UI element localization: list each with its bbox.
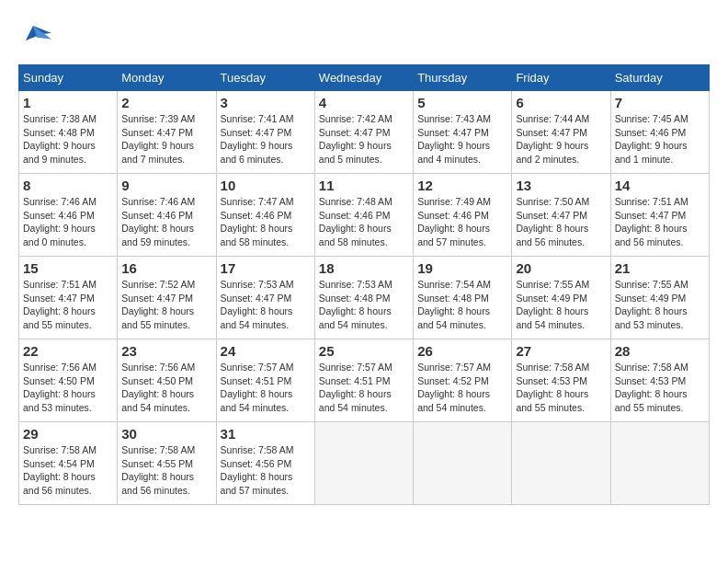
day-info: Sunrise: 7:55 AMSunset: 4:49 PMDaylight:… bbox=[615, 278, 705, 332]
day-info: Sunrise: 7:58 AMSunset: 4:53 PMDaylight:… bbox=[615, 361, 705, 415]
logo bbox=[18, 18, 59, 55]
day-cell-12: 12Sunrise: 7:49 AMSunset: 4:46 PMDayligh… bbox=[414, 174, 512, 257]
day-number: 14 bbox=[615, 178, 705, 193]
day-number: 22 bbox=[23, 343, 113, 359]
day-number: 19 bbox=[417, 260, 507, 276]
day-cell-29: 29Sunrise: 7:58 AMSunset: 4:54 PMDayligh… bbox=[19, 422, 118, 505]
day-info: Sunrise: 7:58 AMSunset: 4:55 PMDaylight:… bbox=[121, 443, 211, 498]
day-info: Sunrise: 7:54 AMSunset: 4:48 PMDaylight:… bbox=[417, 278, 507, 332]
day-info: Sunrise: 7:58 AMSunset: 4:53 PMDaylight:… bbox=[516, 361, 606, 415]
weekday-header-saturday: Saturday bbox=[610, 65, 709, 91]
day-number: 24 bbox=[221, 343, 311, 359]
day-cell-19: 19Sunrise: 7:54 AMSunset: 4:48 PMDayligh… bbox=[414, 257, 512, 339]
header bbox=[18, 18, 710, 55]
day-number: 10 bbox=[221, 178, 311, 193]
day-number: 28 bbox=[615, 343, 705, 359]
weekday-header-row: SundayMondayTuesdayWednesdayThursdayFrid… bbox=[19, 65, 710, 91]
day-info: Sunrise: 7:58 AMSunset: 4:54 PMDaylight:… bbox=[23, 443, 113, 498]
day-info: Sunrise: 7:56 AMSunset: 4:50 PMDaylight:… bbox=[121, 361, 211, 415]
day-info: Sunrise: 7:50 AMSunset: 4:47 PMDaylight:… bbox=[516, 195, 606, 249]
day-number: 12 bbox=[417, 178, 507, 193]
weekday-header-monday: Monday bbox=[118, 65, 216, 91]
weekday-header-thursday: Thursday bbox=[414, 65, 512, 91]
day-number: 5 bbox=[417, 95, 507, 110]
day-cell-24: 24Sunrise: 7:57 AMSunset: 4:51 PMDayligh… bbox=[216, 339, 314, 422]
day-number: 31 bbox=[221, 426, 311, 442]
day-cell-22: 22Sunrise: 7:56 AMSunset: 4:50 PMDayligh… bbox=[19, 339, 118, 422]
day-info: Sunrise: 7:39 AMSunset: 4:47 PMDaylight:… bbox=[121, 112, 211, 167]
day-info: Sunrise: 7:47 AMSunset: 4:46 PMDaylight:… bbox=[221, 195, 311, 249]
week-row-2: 8Sunrise: 7:46 AMSunset: 4:46 PMDaylight… bbox=[19, 174, 710, 257]
day-info: Sunrise: 7:49 AMSunset: 4:46 PMDaylight:… bbox=[417, 195, 507, 249]
day-info: Sunrise: 7:46 AMSunset: 4:46 PMDaylight:… bbox=[121, 195, 211, 249]
day-number: 6 bbox=[516, 95, 606, 110]
empty-cell bbox=[414, 422, 512, 505]
day-cell-7: 7Sunrise: 7:45 AMSunset: 4:46 PMDaylight… bbox=[610, 91, 709, 174]
day-cell-11: 11Sunrise: 7:48 AMSunset: 4:46 PMDayligh… bbox=[314, 174, 413, 257]
day-cell-5: 5Sunrise: 7:43 AMSunset: 4:47 PMDaylight… bbox=[414, 91, 512, 174]
day-info: Sunrise: 7:46 AMSunset: 4:46 PMDaylight:… bbox=[23, 195, 113, 249]
empty-cell bbox=[512, 422, 610, 505]
weekday-header-friday: Friday bbox=[512, 65, 610, 91]
day-number: 11 bbox=[319, 178, 409, 193]
day-cell-17: 17Sunrise: 7:53 AMSunset: 4:47 PMDayligh… bbox=[216, 257, 314, 339]
day-number: 1 bbox=[23, 95, 113, 110]
calendar: SundayMondayTuesdayWednesdayThursdayFrid… bbox=[18, 64, 710, 505]
day-number: 3 bbox=[221, 95, 311, 110]
day-info: Sunrise: 7:56 AMSunset: 4:50 PMDaylight:… bbox=[23, 361, 113, 415]
day-cell-10: 10Sunrise: 7:47 AMSunset: 4:46 PMDayligh… bbox=[216, 174, 314, 257]
day-cell-15: 15Sunrise: 7:51 AMSunset: 4:47 PMDayligh… bbox=[19, 257, 118, 339]
day-number: 18 bbox=[319, 260, 409, 276]
day-cell-30: 30Sunrise: 7:58 AMSunset: 4:55 PMDayligh… bbox=[118, 422, 216, 505]
day-info: Sunrise: 7:45 AMSunset: 4:46 PMDaylight:… bbox=[615, 112, 705, 167]
day-cell-13: 13Sunrise: 7:50 AMSunset: 4:47 PMDayligh… bbox=[512, 174, 610, 257]
day-number: 13 bbox=[516, 178, 606, 193]
day-info: Sunrise: 7:44 AMSunset: 4:47 PMDaylight:… bbox=[516, 112, 606, 167]
day-number: 25 bbox=[319, 343, 409, 359]
day-info: Sunrise: 7:58 AMSunset: 4:56 PMDaylight:… bbox=[221, 443, 311, 498]
day-info: Sunrise: 7:57 AMSunset: 4:52 PMDaylight:… bbox=[417, 361, 507, 415]
day-cell-18: 18Sunrise: 7:53 AMSunset: 4:48 PMDayligh… bbox=[314, 257, 413, 339]
day-info: Sunrise: 7:51 AMSunset: 4:47 PMDaylight:… bbox=[615, 195, 705, 249]
day-number: 20 bbox=[516, 260, 606, 276]
day-cell-2: 2Sunrise: 7:39 AMSunset: 4:47 PMDaylight… bbox=[118, 91, 216, 174]
day-number: 23 bbox=[121, 343, 211, 359]
day-number: 7 bbox=[615, 95, 705, 110]
day-number: 15 bbox=[23, 260, 113, 276]
day-cell-23: 23Sunrise: 7:56 AMSunset: 4:50 PMDayligh… bbox=[118, 339, 216, 422]
day-number: 21 bbox=[615, 260, 705, 276]
weekday-header-tuesday: Tuesday bbox=[216, 65, 314, 91]
day-info: Sunrise: 7:52 AMSunset: 4:47 PMDaylight:… bbox=[121, 278, 211, 332]
day-cell-21: 21Sunrise: 7:55 AMSunset: 4:49 PMDayligh… bbox=[610, 257, 709, 339]
day-number: 17 bbox=[221, 260, 311, 276]
week-row-5: 29Sunrise: 7:58 AMSunset: 4:54 PMDayligh… bbox=[19, 422, 710, 505]
day-info: Sunrise: 7:43 AMSunset: 4:47 PMDaylight:… bbox=[417, 112, 507, 167]
day-cell-27: 27Sunrise: 7:58 AMSunset: 4:53 PMDayligh… bbox=[512, 339, 610, 422]
day-cell-16: 16Sunrise: 7:52 AMSunset: 4:47 PMDayligh… bbox=[118, 257, 216, 339]
day-cell-6: 6Sunrise: 7:44 AMSunset: 4:47 PMDaylight… bbox=[512, 91, 610, 174]
day-number: 9 bbox=[121, 178, 211, 193]
day-number: 8 bbox=[23, 178, 113, 193]
day-cell-9: 9Sunrise: 7:46 AMSunset: 4:46 PMDaylight… bbox=[118, 174, 216, 257]
day-number: 4 bbox=[319, 95, 409, 110]
day-info: Sunrise: 7:51 AMSunset: 4:47 PMDaylight:… bbox=[23, 278, 113, 332]
day-info: Sunrise: 7:57 AMSunset: 4:51 PMDaylight:… bbox=[221, 361, 311, 415]
day-number: 2 bbox=[121, 95, 211, 110]
day-cell-25: 25Sunrise: 7:57 AMSunset: 4:51 PMDayligh… bbox=[314, 339, 413, 422]
day-number: 29 bbox=[23, 426, 113, 442]
day-number: 26 bbox=[417, 343, 507, 359]
day-info: Sunrise: 7:53 AMSunset: 4:48 PMDaylight:… bbox=[319, 278, 409, 332]
day-cell-8: 8Sunrise: 7:46 AMSunset: 4:46 PMDaylight… bbox=[19, 174, 118, 257]
day-cell-28: 28Sunrise: 7:58 AMSunset: 4:53 PMDayligh… bbox=[610, 339, 709, 422]
day-cell-26: 26Sunrise: 7:57 AMSunset: 4:52 PMDayligh… bbox=[414, 339, 512, 422]
day-cell-3: 3Sunrise: 7:41 AMSunset: 4:47 PMDaylight… bbox=[216, 91, 314, 174]
weekday-header-sunday: Sunday bbox=[19, 65, 118, 91]
week-row-1: 1Sunrise: 7:38 AMSunset: 4:48 PMDaylight… bbox=[19, 91, 710, 174]
day-cell-14: 14Sunrise: 7:51 AMSunset: 4:47 PMDayligh… bbox=[610, 174, 709, 257]
day-cell-31: 31Sunrise: 7:58 AMSunset: 4:56 PMDayligh… bbox=[216, 422, 314, 505]
day-number: 27 bbox=[516, 343, 606, 359]
day-info: Sunrise: 7:38 AMSunset: 4:48 PMDaylight:… bbox=[23, 112, 113, 167]
week-row-4: 22Sunrise: 7:56 AMSunset: 4:50 PMDayligh… bbox=[19, 339, 710, 422]
day-info: Sunrise: 7:53 AMSunset: 4:47 PMDaylight:… bbox=[221, 278, 311, 332]
day-cell-4: 4Sunrise: 7:42 AMSunset: 4:47 PMDaylight… bbox=[314, 91, 413, 174]
